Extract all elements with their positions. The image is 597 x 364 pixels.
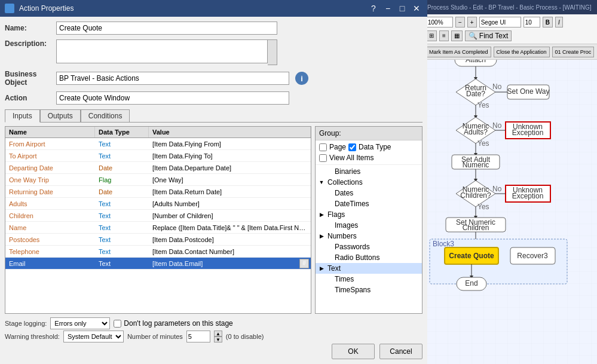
cell-name: Name: [5, 223, 95, 233]
bg-title-bar: Process Studio - Edit - BP Travel - Basi…: [424, 0, 597, 14]
action-properties-dialog: Action Properties ? − □ ✕ Name: Descript…: [0, 0, 427, 364]
calc-btn[interactable]: #: [299, 259, 309, 268]
dont-log-checkbox[interactable]: [114, 320, 121, 328]
italic-btn[interactable]: I: [555, 17, 563, 27]
cell-name: Telephone: [5, 247, 95, 256]
tree-item[interactable]: Dates: [316, 188, 422, 198]
table-row[interactable]: Adults Text [Adults Number]: [5, 198, 311, 210]
tree-item[interactable]: ▶Text: [316, 263, 422, 274]
page-checkbox-label[interactable]: Page: [319, 143, 346, 151]
spin-down[interactable]: ▼: [214, 337, 222, 342]
tree-item[interactable]: Times: [316, 274, 422, 285]
page-checkbox[interactable]: [319, 143, 327, 151]
layout-btn[interactable]: ▦: [451, 30, 463, 41]
name-input[interactable]: [56, 22, 277, 35]
action-select[interactable]: Create Quote Window: [56, 91, 289, 105]
desc-textarea[interactable]: [56, 39, 268, 63]
table-row[interactable]: Children Text [Number of Children]: [5, 210, 311, 222]
minutes-label: Number of minutes: [127, 333, 183, 340]
business-object-select-wrapper: BP Travel - Basic Actions: [56, 72, 289, 85]
cell-value: Replace ([Item Data.Title]& " " & [Item …: [149, 223, 311, 233]
tree-item[interactable]: Passwords: [316, 241, 422, 252]
tab-conditions[interactable]: Conditions: [81, 109, 130, 122]
font-size-input[interactable]: [523, 17, 540, 27]
tree-item-label: Collections: [327, 178, 363, 186]
find-text-btn[interactable]: 🔍 Find Text: [465, 30, 512, 41]
cancel-button[interactable]: Cancel: [379, 344, 423, 359]
warning-threshold-row: Warning threshold: System Default Number…: [5, 331, 423, 342]
table-row[interactable]: Returning Date Date [Item Data.Return Da…: [5, 186, 311, 198]
svg-text:Exception: Exception: [512, 129, 544, 137]
name-row: Name:: [5, 22, 423, 35]
tree-item[interactable]: Images: [316, 220, 422, 231]
table-row[interactable]: One Way Trip Flag [One Way]: [5, 174, 311, 186]
svg-text:Recover3: Recover3: [517, 252, 548, 260]
bold-btn[interactable]: B: [543, 17, 553, 27]
action-select-wrapper: Create Quote Window: [56, 91, 289, 105]
tree-item[interactable]: TimeSpans: [316, 285, 422, 295]
maximize-btn[interactable]: □: [396, 3, 408, 14]
help-btn[interactable]: ?: [368, 3, 379, 14]
data-type-checkbox-label[interactable]: Data Type: [348, 143, 391, 151]
table-row[interactable]: Departing Date Date [Item Data.Departure…: [5, 162, 311, 174]
tree-item[interactable]: ▶Flags: [316, 209, 422, 220]
close-btn[interactable]: ✕: [411, 3, 423, 14]
svg-text:Adults?: Adults?: [464, 128, 488, 136]
tree-item[interactable]: ▼Collections: [316, 177, 422, 188]
cell-value: [One Way]: [149, 175, 311, 185]
disable-label: (0 to disable): [226, 333, 264, 340]
zoom-out-btn[interactable]: −: [455, 17, 465, 27]
view-all-checkbox[interactable]: [319, 154, 327, 162]
table-row[interactable]: Name Text Replace ([Item Data.Title]& " …: [5, 222, 311, 234]
cell-type: Text: [95, 247, 149, 256]
spin-up[interactable]: ▲: [214, 331, 222, 337]
expand-icon: ▶: [318, 265, 325, 272]
table-row[interactable]: Telephone Text [Item Data.Contact Number…: [5, 246, 311, 258]
grid-btn[interactable]: ⊞: [426, 30, 437, 41]
svg-text:Children?: Children?: [460, 191, 491, 200]
align-btn[interactable]: ≡: [439, 30, 449, 41]
desc-wrapper: [56, 39, 277, 65]
tree-item[interactable]: DateTimes: [316, 198, 422, 209]
tree-item[interactable]: ▶Numbers: [316, 231, 422, 241]
tree-item[interactable]: Radio Buttons: [316, 252, 422, 263]
view-all-checkbox-label[interactable]: View All Items: [319, 154, 418, 162]
cell-value: [Item Data.Email]: [149, 259, 298, 268]
cell-type: Text: [95, 211, 149, 221]
view-all-label: View All Items: [329, 154, 373, 162]
ok-button[interactable]: OK: [332, 344, 375, 359]
close-app-btn[interactable]: Close the Application: [494, 47, 550, 57]
minutes-spinner[interactable]: ▲ ▼: [214, 331, 222, 342]
svg-text:Numeric: Numeric: [463, 161, 489, 169]
table-row[interactable]: Postcodes Text [Item Data.Postcode]: [5, 234, 311, 246]
desc-scrollbar[interactable]: [268, 39, 277, 65]
info-btn[interactable]: i: [295, 72, 308, 85]
warning-threshold-select[interactable]: System Default: [63, 331, 124, 342]
svg-text:Yes: Yes: [477, 203, 489, 211]
font-input[interactable]: [479, 17, 521, 27]
expand-icon: ▶: [318, 211, 325, 218]
data-type-checkbox[interactable]: [348, 143, 356, 151]
app-window: Process Studio - Edit - BP Travel - Basi…: [0, 0, 597, 364]
stage-logging-select[interactable]: Errors only: [50, 317, 110, 329]
cell-name: To Airport: [5, 151, 95, 161]
zoom-input[interactable]: [426, 17, 453, 27]
table-body: From Airport Text [Item Data.Flying From…: [5, 138, 311, 313]
tree-item-label: DateTimes: [335, 200, 369, 208]
tab-inputs[interactable]: Inputs: [5, 109, 40, 123]
create-proc-btn[interactable]: 01 Create Proc: [552, 47, 595, 57]
zoom-in-btn[interactable]: +: [467, 17, 477, 27]
table-row[interactable]: Email Text [Item Data.Email] #: [5, 258, 311, 270]
cell-type: Text: [95, 259, 149, 268]
group-label: Group:: [319, 129, 341, 137]
dont-log-label[interactable]: Don't log parameters on this stage: [114, 319, 232, 328]
minimize-btn[interactable]: −: [382, 3, 394, 14]
tree-item[interactable]: Binaries: [316, 166, 422, 177]
table-row[interactable]: From Airport Text [Item Data.Flying From…: [5, 138, 311, 150]
table-row[interactable]: To Airport Text [Item Data.Flying To]: [5, 150, 311, 162]
business-object-select[interactable]: BP Travel - Basic Actions: [56, 72, 289, 85]
minutes-input[interactable]: [186, 331, 210, 342]
tab-outputs[interactable]: Outputs: [40, 109, 81, 122]
svg-text:Children: Children: [463, 224, 489, 232]
mark-item-btn[interactable]: Mark Item As Completed: [426, 47, 491, 57]
